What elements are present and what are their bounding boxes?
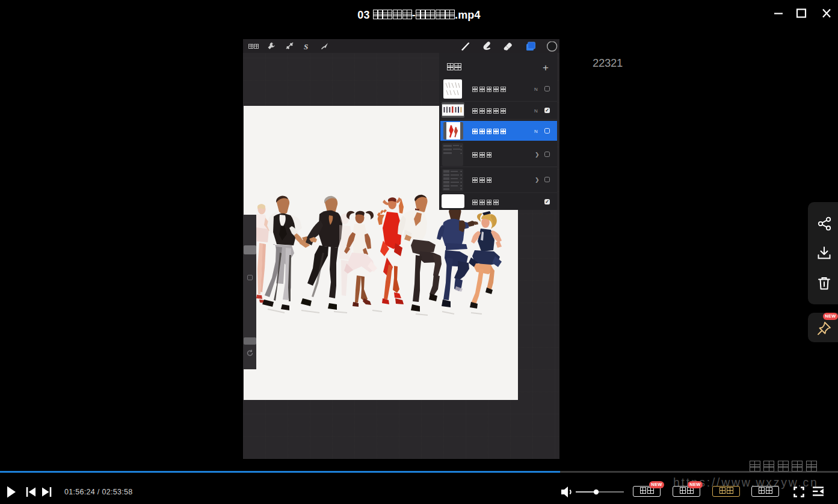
svg-text:S: S <box>304 42 308 51</box>
